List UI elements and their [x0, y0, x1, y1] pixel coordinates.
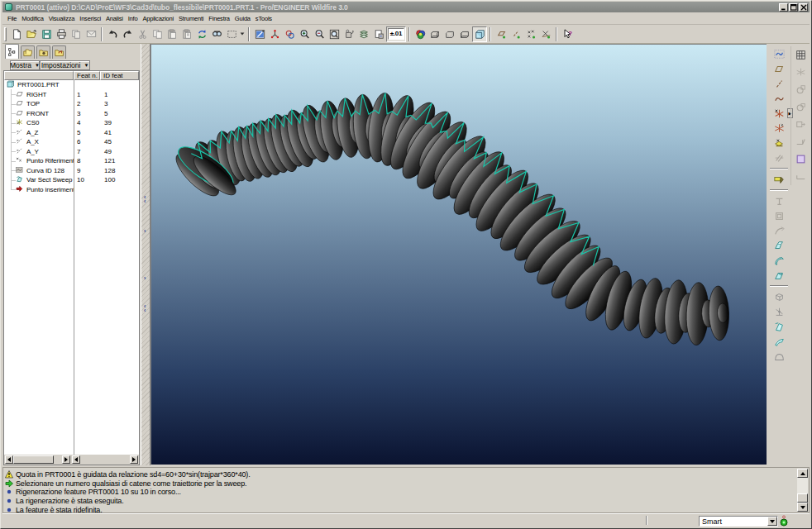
- dome-tool-button[interactable]: [771, 349, 787, 364]
- settings-menu-button[interactable]: Impostazioni▼: [40, 60, 90, 70]
- orient-mode-button[interactable]: [282, 26, 297, 42]
- view-manager-button[interactable]: [371, 26, 386, 42]
- rib-tool-button[interactable]: [771, 334, 787, 349]
- nav-tab-folder-browser[interactable]: [21, 45, 35, 59]
- maximize-button[interactable]: [789, 3, 798, 12]
- scroll-down-button[interactable]: [797, 503, 808, 512]
- style-tool-button[interactable]: [793, 64, 810, 81]
- menu-visualizza[interactable]: Visualizza: [46, 14, 78, 23]
- select-box-caret-icon[interactable]: [239, 26, 246, 42]
- zoom-out-button[interactable]: [312, 26, 327, 42]
- menu-guida[interactable]: Guida: [232, 14, 253, 23]
- flex-move-1-button[interactable]: [793, 81, 810, 98]
- shaded-button[interactable]: [472, 26, 487, 42]
- save-file-button[interactable]: [39, 26, 54, 42]
- curve-tool-button[interactable]: [771, 91, 787, 106]
- datum-axes-toggle-button[interactable]: [509, 26, 523, 42]
- copy-button[interactable]: [150, 26, 165, 42]
- spin-center-button[interactable]: [267, 26, 282, 42]
- menu-finestra[interactable]: Finestra: [206, 14, 232, 23]
- nav-tab-model-tree[interactable]: [5, 44, 19, 59]
- regenerate-button[interactable]: [194, 26, 209, 42]
- round-tool-button[interactable]: [771, 253, 787, 268]
- extend-tool-button[interactable]: [793, 168, 810, 185]
- datum-points-toggle-button[interactable]: [523, 26, 538, 42]
- tree-row-front[interactable]: FRONT35: [4, 109, 139, 119]
- tree-row-punto-inserimento[interactable]: Punto inserimento: [4, 185, 139, 195]
- datum-planes-toggle-button[interactable]: [494, 26, 509, 42]
- saved-views-button[interactable]: [342, 26, 356, 42]
- datum-point-tool-button[interactable]: ▶: [771, 106, 787, 121]
- sash-expand-icon-2[interactable]: ›: [144, 276, 145, 280]
- flex-move-2-button[interactable]: [793, 98, 810, 116]
- tree-row-prt0001-prt[interactable]: PRT0001.PRT: [4, 80, 139, 90]
- close-button[interactable]: [799, 3, 808, 12]
- tree-row-top[interactable]: TOP23: [4, 99, 139, 109]
- cut-button[interactable]: [135, 26, 150, 42]
- new-file-button[interactable]: [9, 26, 24, 42]
- sash-collapse-icon-2[interactable]: ‹‹: [144, 304, 145, 312]
- select-box-button[interactable]: [224, 26, 239, 42]
- selection-filter-combo[interactable]: Smart: [699, 516, 778, 527]
- menu-stools[interactable]: sTools: [253, 14, 275, 23]
- undo-button[interactable]: [105, 26, 120, 42]
- draft-tool-button[interactable]: [771, 319, 787, 334]
- nav-tab-connections[interactable]: [52, 45, 66, 59]
- tree-row-a-x[interactable]: A_X645: [4, 137, 139, 147]
- merge-tool-button[interactable]: [793, 150, 810, 168]
- sketch-tool-button[interactable]: [771, 46, 787, 61]
- revolve-tool-button[interactable]: [771, 208, 787, 223]
- panel-splitter[interactable]: ‹‹ › › ‹‹: [141, 44, 150, 465]
- tree-row-a-z[interactable]: A_Z541: [4, 128, 139, 138]
- paste-special-button[interactable]: [179, 26, 194, 42]
- refit-button[interactable]: [327, 26, 342, 42]
- trim-tool-button[interactable]: [793, 133, 810, 150]
- tree-row-a-y[interactable]: A_Y749: [4, 147, 139, 157]
- sketcher-grid-button[interactable]: [793, 46, 810, 64]
- filter-dropdown-icon[interactable]: [767, 517, 777, 526]
- redo-button[interactable]: [120, 26, 135, 42]
- tree-row-right[interactable]: RIGHT11: [4, 90, 139, 100]
- paste-button[interactable]: [165, 26, 179, 42]
- message-scrollbar[interactable]: [797, 469, 808, 512]
- point-offset-tool-button[interactable]: [771, 136, 787, 150]
- sweep-tool-button[interactable]: [771, 223, 787, 238]
- sash-expand-icon[interactable]: ›: [144, 229, 145, 233]
- hole-tool-button[interactable]: [771, 289, 787, 304]
- menu-analisi[interactable]: Analisi: [103, 14, 126, 23]
- menu-inserisci[interactable]: Inserisci: [77, 14, 103, 23]
- csys-tool-button[interactable]: [771, 121, 787, 136]
- menu-info[interactable]: Info: [126, 14, 141, 23]
- print-copies-button[interactable]: [69, 26, 84, 42]
- tree-row-punto-riferimento-id[interactable]: Punto Riferimento ID8121: [4, 156, 139, 166]
- render-style-button[interactable]: [413, 26, 427, 42]
- hidden-line-button[interactable]: [442, 26, 457, 42]
- context-help-button[interactable]: ?: [560, 26, 575, 42]
- analysis-tool-button[interactable]: [771, 150, 787, 165]
- nav-tab-favorites[interactable]: [36, 45, 50, 59]
- wireframe-button[interactable]: [427, 26, 442, 42]
- show-menu-button[interactable]: Mostra▼: [10, 60, 40, 70]
- mail-button[interactable]: [84, 26, 98, 42]
- tree-row-var-sect-sweep-1[interactable]: Var Sect Sweep 110100: [4, 175, 139, 185]
- csys-toggle-button[interactable]: [538, 26, 553, 42]
- datum-axis-tool-button[interactable]: [771, 76, 787, 91]
- minimize-button[interactable]: [779, 3, 788, 12]
- tree-row-curva-id-128[interactable]: Curva ID 1289128: [4, 166, 139, 176]
- sash-collapse-icon[interactable]: ‹‹: [144, 195, 145, 203]
- blend-tool-button[interactable]: [771, 238, 787, 253]
- pattern-tool-button[interactable]: [771, 304, 787, 319]
- tree-column-idfeat[interactable]: ID feat: [100, 71, 139, 80]
- tree-column-name[interactable]: [4, 71, 74, 80]
- extrude-tool-button[interactable]: [771, 193, 787, 208]
- scroll-up-button[interactable]: [797, 469, 808, 478]
- repaint-button[interactable]: [252, 26, 267, 42]
- menu-file[interactable]: File: [5, 14, 19, 23]
- open-file-button[interactable]: [24, 26, 39, 42]
- no-hidden-button[interactable]: [457, 26, 472, 42]
- tree-hscrollbar[interactable]: [4, 455, 71, 465]
- graphics-viewport[interactable]: [150, 44, 767, 465]
- chamfer-tool-button[interactable]: [771, 268, 787, 283]
- tolerance-toggle-button[interactable]: ±.01: [386, 26, 406, 42]
- datum-plane-tool-button[interactable]: [771, 61, 787, 76]
